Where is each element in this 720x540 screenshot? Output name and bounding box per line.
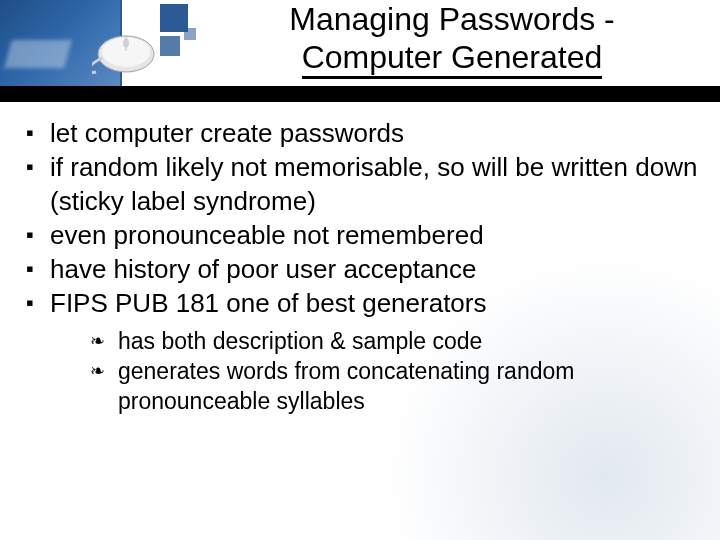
title-line-1: Managing Passwords - (289, 1, 614, 37)
slide: Managing Passwords - Computer Generated … (0, 0, 720, 540)
slide-title: Managing Passwords - Computer Generated (202, 0, 702, 79)
list-item: FIPS PUB 181 one of best generators has … (22, 286, 702, 416)
svg-point-2 (123, 38, 129, 48)
list-item: let computer create passwords (22, 116, 702, 150)
header-divider (0, 86, 720, 102)
title-line-2: Computer Generated (302, 38, 603, 79)
sub-bullet-list: has both description & sample code gener… (90, 326, 702, 416)
bullet-text: FIPS PUB 181 one of best generators (50, 288, 486, 318)
header: Managing Passwords - Computer Generated (0, 0, 720, 106)
decoration-square (160, 36, 180, 56)
decoration-square (184, 28, 196, 40)
bullet-text: generates words from concatenating rando… (118, 358, 574, 414)
bullet-list: let computer create passwords if random … (22, 116, 702, 416)
bullet-text: if random likely not memorisable, so wil… (50, 152, 697, 216)
list-item: if random likely not memorisable, so wil… (22, 150, 702, 218)
list-item: has both description & sample code (90, 326, 702, 356)
list-item: have history of poor user acceptance (22, 252, 702, 286)
list-item: even pronounceable not remembered (22, 218, 702, 252)
mouse-icon (92, 28, 160, 76)
bullet-text: let computer create passwords (50, 118, 404, 148)
bullet-text: have history of poor user acceptance (50, 254, 476, 284)
bullet-text: even pronounceable not remembered (50, 220, 484, 250)
content: let computer create passwords if random … (22, 116, 702, 416)
list-item: generates words from concatenating rando… (90, 356, 702, 416)
bullet-text: has both description & sample code (118, 328, 482, 354)
